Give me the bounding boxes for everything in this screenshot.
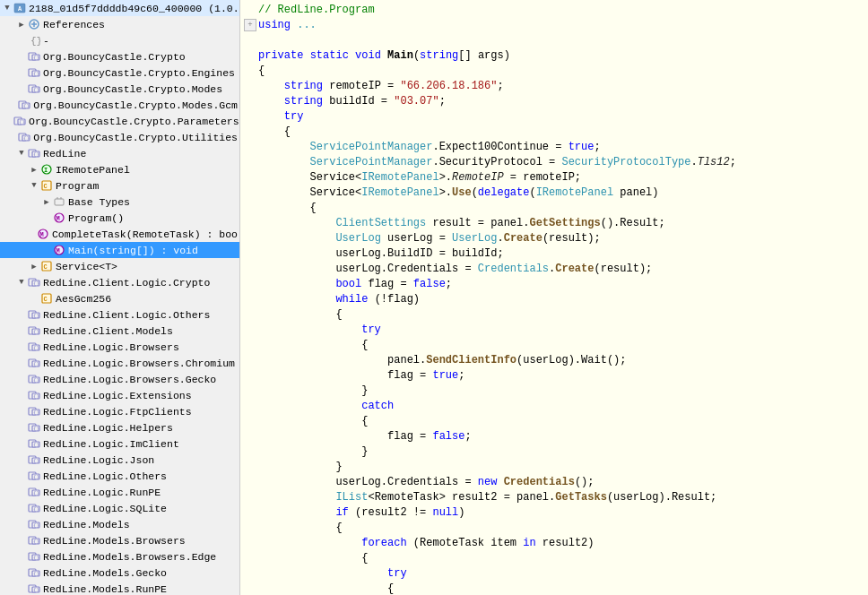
sidebar-item-rl_models_browsers[interactable]: {}RedLine.Models.Browsers	[0, 532, 239, 548]
node-icon-ns: {}	[27, 340, 41, 354]
svg-text:C: C	[44, 296, 48, 303]
sidebar-item-ns2[interactable]: {}Org.BouncyCastle.Crypto.Engines	[0, 65, 239, 81]
expand-icon-rl_models_browsers	[16, 535, 27, 546]
fold-expand-icon[interactable]: +	[244, 19, 256, 31]
node-icon-ns: {}	[27, 49, 41, 64]
node-icon-class: C	[39, 259, 54, 273]
sidebar-item-cls1[interactable]: ▼CProgram	[0, 177, 239, 194]
code-line: panel.SendClientInfo(userLog).Wait();	[240, 352, 868, 367]
code-line: while (!flag)	[240, 291, 868, 306]
sidebar-item-rl_ext[interactable]: {}RedLine.Logic.Extensions	[0, 387, 239, 403]
sidebar-label-rl_others: RedLine.Logic.Others	[43, 470, 167, 482]
expand-icon-basetypes[interactable]: ▶	[41, 196, 52, 207]
expand-icon-rl_others	[16, 470, 27, 481]
sidebar-item-rl_models_gecko[interactable]: {}RedLine.Models.Gecko	[0, 565, 239, 581]
sidebar-item-ns3[interactable]: {}Org.BouncyCastle.Crypto.Modes	[0, 81, 239, 97]
code-content: {	[258, 415, 368, 427]
sidebar-item-rl_helpers[interactable]: {}RedLine.Logic.Helpers	[0, 419, 239, 435]
expand-icon-method2	[25, 229, 36, 239]
sidebar-item-rl_models_browsers_edge[interactable]: {}RedLine.Models.Browsers.Edge	[0, 548, 239, 565]
code-line: userLog.Credentials = new Credentials();	[240, 474, 868, 489]
sidebar-item-rl_browsers_gecko[interactable]: {}RedLine.Logic.Browsers.Gecko	[0, 371, 239, 387]
expand-icon-rl_runpe	[16, 487, 27, 497]
sidebar-label-rlcl_others: RedLine.Client.Logic.Others	[43, 309, 210, 321]
code-line: string buildId = "03.07";	[240, 93, 868, 108]
expand-icon-root[interactable]: ▼	[2, 3, 13, 13]
sidebar-item-ns1[interactable]: {}Org.BouncyCastle.Crypto	[0, 48, 239, 65]
node-icon-ns: {}	[27, 404, 41, 418]
sidebar-item-svc[interactable]: ▶CService<T>	[0, 258, 239, 274]
expand-icon-rl_browsers	[16, 341, 27, 352]
sidebar-item-root[interactable]: ▼A2188_01d5f7ddddb49c60_400000 (1.0.0.0)	[0, 0, 239, 16]
sidebar-item-ns4[interactable]: {}Org.BouncyCastle.Crypto.Modes.Gcm	[0, 97, 239, 113]
sidebar-label-method1: Program()	[68, 212, 124, 224]
svg-text:{}: {}	[30, 36, 40, 47]
code-line: {	[240, 306, 868, 322]
sidebar-item-ns5[interactable]: {}Org.BouncyCastle.Crypto.Parameters	[0, 113, 239, 129]
expand-icon-refs[interactable]: ▶	[16, 19, 27, 30]
sidebar-item-rlcl_crypto[interactable]: ▼{}RedLine.Client.Logic.Crypto	[0, 274, 239, 290]
sidebar-item-rl_runpe[interactable]: {}RedLine.Logic.RunPE	[0, 484, 239, 500]
expand-icon-brace1	[16, 35, 27, 46]
sidebar-item-rl_models[interactable]: {}RedLine.Models	[0, 516, 239, 532]
svg-text:{}: {}	[33, 361, 39, 367]
sidebar-item-rlcl_others[interactable]: {}RedLine.Client.Logic.Others	[0, 306, 239, 323]
node-icon-ns: {}	[13, 114, 27, 128]
expand-icon-ns7[interactable]: ▼	[16, 148, 27, 159]
sidebar-label-ns5: Org.BouncyCastle.Crypto.Parameters	[29, 116, 239, 127]
expand-icon-iface[interactable]: ▶	[29, 164, 39, 175]
code-line: {	[240, 581, 868, 595]
node-icon-method: M	[52, 211, 66, 225]
sidebar-item-method1[interactable]: MProgram()	[0, 210, 239, 226]
sidebar-item-rl_im[interactable]: {}RedLine.Logic.ImClient	[0, 435, 239, 452]
sidebar-item-refs[interactable]: ▶References	[0, 16, 239, 32]
code-content: try	[258, 110, 303, 123]
sidebar-item-rl_browsers_chromium[interactable]: {}RedLine.Logic.Browsers.Chromium	[0, 355, 239, 371]
node-icon-ns: {}	[27, 146, 41, 160]
expand-icon-svc[interactable]: ▶	[29, 261, 39, 272]
expand-icon-aes	[29, 293, 39, 304]
svg-text:{}: {}	[33, 458, 39, 464]
svg-text:{}: {}	[33, 345, 39, 351]
code-line: foreach (RemoteTask item in result2)	[240, 535, 868, 550]
sidebar-label-rl_models: RedLine.Models	[43, 519, 130, 530]
expand-icon-ns6	[6, 132, 17, 142]
node-icon-interface: I	[39, 162, 54, 177]
sidebar-item-basetypes[interactable]: ▶Base Types	[0, 194, 239, 210]
sidebar-label-rl_sqlite: RedLine.Logic.SQLite	[43, 503, 167, 514]
svg-text:{}: {}	[33, 313, 39, 319]
svg-text:{}: {}	[33, 393, 39, 400]
sidebar-item-aes[interactable]: CAesGcm256	[0, 290, 239, 306]
sidebar-item-method3[interactable]: MMain(string[]) : void	[0, 242, 239, 258]
expand-icon-rlcl_crypto[interactable]: ▼	[16, 277, 27, 288]
sidebar-item-ns6[interactable]: {}Org.BouncyCastle.Crypto.Utilities	[0, 129, 239, 145]
sidebar-item-rl_browsers[interactable]: {}RedLine.Logic.Browsers	[0, 339, 239, 355]
node-icon-refs	[27, 17, 41, 31]
sidebar-item-rl_sqlite[interactable]: {}RedLine.Logic.SQLite	[0, 500, 239, 516]
svg-text:{}: {}	[33, 474, 39, 480]
svg-text:{}: {}	[33, 151, 39, 158]
code-content: {	[258, 522, 343, 534]
sidebar-item-rlcl_models[interactable]: {}RedLine.Client.Models	[0, 323, 239, 339]
code-content: Service<IRemotePanel>.Use(delegate(IRemo…	[258, 186, 659, 199]
code-content: while (!flag)	[258, 293, 420, 306]
sidebar-item-rl_json[interactable]: {}RedLine.Logic.Json	[0, 452, 239, 468]
code-content: userLog.Credentials = Credentials.Create…	[258, 263, 652, 275]
sidebar-item-rl_ftp[interactable]: {}RedLine.Logic.FtpClients	[0, 403, 239, 419]
code-content: }	[258, 461, 343, 473]
sidebar-label-brace1: -	[43, 35, 49, 47]
sidebar-item-ns7[interactable]: ▼{}RedLine	[0, 145, 239, 161]
node-icon-method: M	[36, 227, 50, 241]
sidebar-item-rl_models_runpe[interactable]: {}RedLine.Models.RunPE	[0, 581, 239, 595]
sidebar-item-iface[interactable]: ▶IIRemotePanel	[0, 161, 239, 177]
code-area[interactable]: // RedLine.Program+using ...private stat…	[240, 0, 868, 595]
sidebar-item-brace1[interactable]: {}-	[0, 32, 239, 48]
svg-text:{}: {}	[33, 71, 39, 77]
expand-icon-ns3	[16, 83, 27, 94]
code-line: userLog.Credentials = Credentials.Create…	[240, 261, 868, 276]
node-icon-ns: {}	[27, 485, 41, 499]
code-content: foreach (RemoteTask item in result2)	[258, 537, 594, 549]
expand-icon-cls1[interactable]: ▼	[29, 180, 39, 191]
sidebar-item-rl_others[interactable]: {}RedLine.Logic.Others	[0, 468, 239, 484]
sidebar-item-method2[interactable]: MCompleteTask(RemoteTask) : boo	[0, 226, 239, 242]
